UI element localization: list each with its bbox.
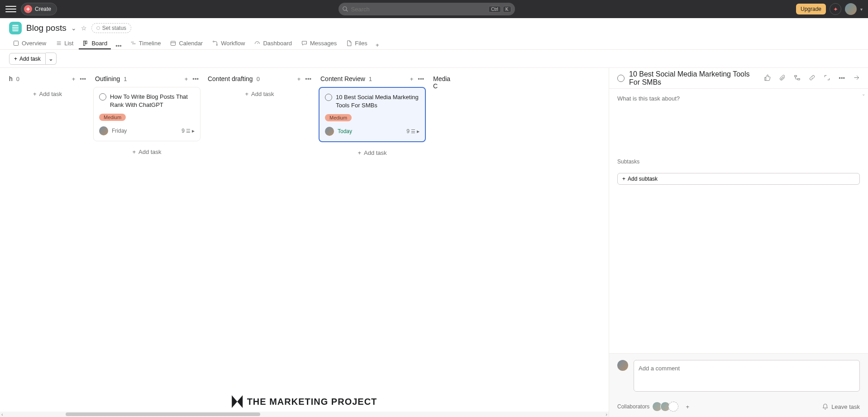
subtask-icon: ☰: [411, 129, 415, 134]
column-more-icon[interactable]: •••: [418, 76, 424, 82]
column-count: 1: [124, 76, 127, 82]
task-title: 10 Best Social Media Marketing Tools For…: [336, 93, 420, 110]
svg-rect-16: [798, 78, 800, 80]
tab-board-more-icon[interactable]: •••: [113, 43, 124, 49]
project-icon[interactable]: [9, 22, 22, 34]
tab-board[interactable]: Board: [79, 38, 111, 49]
search-input[interactable]: Ctrl K: [339, 3, 515, 15]
tab-list[interactable]: List: [52, 38, 77, 49]
add-task-inline[interactable]: + Add task: [319, 146, 426, 160]
board-column: Content drafting 0 +••• + Add task: [203, 72, 316, 417]
collaborator-placeholder-icon[interactable]: [668, 402, 678, 412]
add-task-dropdown[interactable]: ⌄: [46, 53, 57, 65]
column-more-icon[interactable]: •••: [305, 76, 311, 82]
plus-icon: +: [24, 5, 32, 13]
chevron-down-icon[interactable]: ⌄: [71, 24, 76, 32]
assignee-avatar[interactable]: [99, 126, 108, 135]
task-card[interactable]: How To Write Blog Posts That Rank With C…: [93, 87, 200, 141]
upgrade-button[interactable]: Upgrade: [796, 4, 826, 14]
search-icon: [342, 6, 348, 12]
column-title: Outlining: [95, 75, 120, 82]
scrollbar-thumb[interactable]: [66, 412, 260, 416]
attachment-icon[interactable]: [779, 74, 786, 82]
column-title: Content drafting: [208, 75, 253, 82]
svg-point-13: [216, 44, 218, 46]
user-avatar: [617, 360, 628, 371]
task-detail-panel: 10 Best Social Media Marketing Tools For…: [609, 68, 868, 417]
chevron-down-icon[interactable]: ▾: [860, 7, 863, 12]
column-title: h: [9, 75, 13, 82]
topbar: + Create Ctrl K Upgrade ✦ ▾: [0, 0, 868, 18]
column-title: Content Review: [320, 75, 365, 82]
search-field[interactable]: [351, 6, 486, 13]
assignee-avatar[interactable]: [325, 127, 334, 136]
set-status-pill[interactable]: Set status: [91, 23, 131, 33]
column-add-icon[interactable]: +: [185, 76, 188, 82]
status-dot-icon: [96, 26, 100, 30]
tab-workflow[interactable]: Workflow: [208, 38, 248, 49]
tab-calendar[interactable]: Calendar: [166, 38, 206, 49]
board-column: h 0 +••• + Add task: [5, 72, 91, 417]
horizontal-scrollbar[interactable]: [0, 412, 609, 417]
collaborator-avatars: [654, 402, 678, 412]
watermark-logo: THE MARKETING PROJECT: [232, 395, 377, 408]
column-add-icon[interactable]: +: [410, 76, 414, 82]
tab-messages[interactable]: Messages: [297, 38, 340, 49]
add-task-inline[interactable]: + Add task: [93, 145, 200, 159]
board-toolbar: + Add task ⌄: [0, 50, 868, 68]
project-title[interactable]: Blog posts: [26, 23, 67, 33]
tab-dashboard[interactable]: Dashboard: [250, 38, 296, 49]
complete-task-icon[interactable]: [99, 93, 106, 101]
search-shortcut: Ctrl K: [488, 6, 511, 13]
create-button[interactable]: + Create: [21, 3, 57, 15]
project-header: Blog posts ⌄ ☆ Set status Overview List …: [0, 18, 868, 50]
board-area: h 0 +••• + Add task Outlining 1 +••• How…: [0, 68, 609, 417]
leave-task-button[interactable]: Leave task: [822, 403, 860, 410]
collaborators-label: Collaborators: [617, 403, 649, 410]
priority-badge: Medium: [99, 114, 126, 121]
caret-icon: ⌄: [862, 91, 865, 96]
menu-icon[interactable]: [5, 4, 16, 14]
board-column: Media C: [429, 72, 456, 417]
chevron-right-icon: ▸: [417, 128, 420, 134]
subtask-count: 9☰▸: [406, 128, 420, 134]
user-avatar[interactable]: [845, 3, 857, 15]
tab-files[interactable]: Files: [342, 38, 371, 49]
task-card[interactable]: 10 Best Social Media Marketing Tools For…: [319, 87, 426, 142]
column-more-icon[interactable]: •••: [192, 76, 199, 82]
sparkle-icon[interactable]: ✦: [830, 3, 841, 15]
subtask-count: 9☰▸: [181, 128, 195, 134]
board-column: Content Review 1 +••• 10 Best Social Med…: [316, 72, 429, 417]
add-task-button[interactable]: + Add task: [9, 53, 46, 65]
complete-task-icon[interactable]: [325, 94, 332, 101]
close-panel-icon[interactable]: [853, 74, 860, 82]
tab-overview[interactable]: Overview: [9, 38, 50, 49]
task-title: How To Write Blog Posts That Rank With C…: [110, 93, 195, 109]
subtask-icon[interactable]: [794, 74, 801, 82]
svg-line-1: [346, 10, 348, 12]
like-icon[interactable]: [764, 74, 771, 82]
column-count: 0: [16, 76, 19, 82]
svg-point-12: [213, 41, 215, 43]
due-date: Today: [338, 128, 352, 134]
complete-task-icon[interactable]: [617, 75, 625, 82]
column-more-icon[interactable]: •••: [80, 76, 86, 82]
star-icon[interactable]: ☆: [81, 24, 87, 32]
comment-input[interactable]: Add a comment: [634, 360, 860, 392]
column-add-icon[interactable]: +: [297, 76, 301, 82]
logo-icon: [232, 395, 243, 408]
add-task-inline[interactable]: + Add task: [7, 87, 88, 101]
link-icon[interactable]: [809, 74, 816, 82]
add-task-inline[interactable]: + Add task: [206, 87, 313, 101]
add-tab-button[interactable]: +: [373, 40, 382, 49]
tab-timeline[interactable]: Timeline: [126, 38, 165, 49]
fullscreen-icon[interactable]: [824, 74, 830, 82]
more-icon[interactable]: •••: [839, 75, 845, 81]
svg-point-0: [343, 7, 346, 10]
add-subtask-button[interactable]: + Add subtask: [617, 173, 860, 185]
task-description[interactable]: What is this task about? ⌄: [609, 89, 868, 157]
due-date: Friday: [112, 128, 127, 134]
add-collaborator-button[interactable]: +: [683, 402, 692, 411]
column-add-icon[interactable]: +: [72, 76, 76, 82]
task-panel-title[interactable]: 10 Best Social Media Marketing Tools For…: [629, 70, 759, 86]
